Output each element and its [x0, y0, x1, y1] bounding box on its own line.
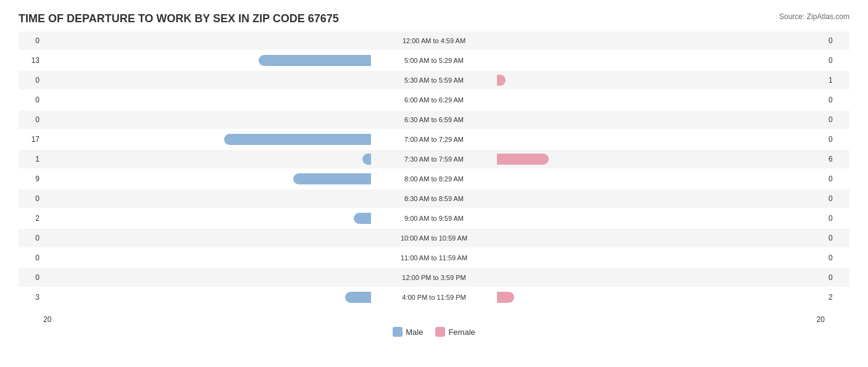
bar-male — [362, 154, 371, 165]
male-value: 0 — [19, 234, 43, 242]
bar-male — [259, 55, 371, 66]
bar-male — [345, 292, 371, 303]
table-row: 2 9:00 AM to 9:59 AM 0 — [19, 209, 849, 228]
time-label: 6:00 AM to 6:29 AM — [372, 96, 496, 104]
female-value: 2 — [825, 293, 849, 302]
male-value: 0 — [19, 254, 43, 262]
female-value: 1 — [825, 76, 849, 85]
table-row: 0 12:00 AM to 4:59 AM 0 — [19, 31, 849, 50]
table-row: 0 8:30 AM to 8:59 AM 0 — [19, 189, 849, 208]
bar-female — [497, 75, 506, 86]
time-label: 7:30 AM to 7:59 AM — [372, 155, 496, 163]
male-value: 0 — [19, 96, 43, 104]
male-value: 1 — [19, 155, 43, 163]
table-row: 17 7:00 AM to 7:29 AM 0 — [19, 130, 849, 149]
legend-male: Male — [393, 327, 423, 337]
legend-female-box — [435, 327, 445, 337]
male-value: 0 — [19, 76, 43, 85]
male-value: 3 — [19, 293, 43, 302]
male-value: 0 — [19, 36, 43, 45]
bar-female — [497, 292, 514, 303]
axis-left: 20 — [43, 315, 51, 324]
female-value: 0 — [825, 56, 849, 65]
time-label: 10:00 AM to 10:59 AM — [372, 234, 496, 242]
female-value: 6 — [825, 155, 849, 163]
time-label: 12:00 PM to 3:59 PM — [372, 274, 496, 281]
table-row: 0 6:30 AM to 6:59 AM 0 — [19, 110, 849, 129]
male-value: 0 — [19, 115, 43, 124]
male-value: 2 — [19, 214, 43, 223]
male-value: 13 — [19, 56, 43, 65]
time-label: 5:30 AM to 5:59 AM — [372, 76, 496, 84]
male-value: 17 — [19, 135, 43, 144]
time-label: 5:00 AM to 5:29 AM — [372, 57, 496, 64]
chart-container: TIME OF DEPARTURE TO WORK BY SEX IN ZIP … — [0, 0, 868, 367]
female-value: 0 — [825, 36, 849, 45]
female-value: 0 — [825, 175, 849, 183]
legend-female-label: Female — [448, 328, 475, 337]
axis-labels: 20 20 — [19, 312, 849, 324]
female-value: 0 — [825, 135, 849, 144]
female-value: 0 — [825, 96, 849, 104]
legend: Male Female — [19, 327, 849, 337]
male-value: 0 — [19, 273, 43, 282]
female-value: 0 — [825, 115, 849, 124]
table-row: 0 6:00 AM to 6:29 AM 0 — [19, 91, 849, 109]
female-value: 0 — [825, 194, 849, 203]
bar-male — [224, 134, 371, 145]
time-label: 8:30 AM to 8:59 AM — [372, 195, 496, 202]
table-row: 0 10:00 AM to 10:59 AM 0 — [19, 229, 849, 247]
time-label: 4:00 PM to 11:59 PM — [372, 294, 496, 301]
time-label: 11:00 AM to 11:59 AM — [372, 254, 496, 262]
time-label: 6:30 AM to 6:59 AM — [372, 116, 496, 123]
table-row: 9 8:00 AM to 8:29 AM 0 — [19, 170, 849, 188]
table-row: 0 5:30 AM to 5:59 AM 1 — [19, 71, 849, 89]
time-label: 7:00 AM to 7:29 AM — [372, 136, 496, 143]
chart-area: 0 12:00 AM to 4:59 AM 0 13 5:00 AM to 5:… — [19, 31, 849, 312]
female-value: 0 — [825, 254, 849, 262]
legend-male-box — [393, 327, 403, 337]
time-label: 9:00 AM to 9:59 AM — [372, 215, 496, 222]
source-label: Source: ZipAtlas.com — [779, 12, 849, 21]
bar-female — [497, 154, 549, 165]
bar-male — [293, 173, 371, 184]
legend-male-label: Male — [406, 328, 423, 337]
table-row: 3 4:00 PM to 11:59 PM 2 — [19, 288, 849, 307]
female-value: 0 — [825, 234, 849, 242]
female-value: 0 — [825, 273, 849, 282]
table-row: 13 5:00 AM to 5:29 AM 0 — [19, 51, 849, 70]
table-row: 0 11:00 AM to 11:59 AM 0 — [19, 249, 849, 267]
time-label: 12:00 AM to 4:59 AM — [372, 37, 496, 44]
male-value: 9 — [19, 175, 43, 183]
legend-female: Female — [435, 327, 475, 337]
axis-right: 20 — [817, 315, 825, 324]
male-value: 0 — [19, 194, 43, 203]
time-label: 8:00 AM to 8:29 AM — [372, 175, 496, 183]
table-row: 0 12:00 PM to 3:59 PM 0 — [19, 268, 849, 287]
bar-male — [354, 213, 371, 224]
chart-title: TIME OF DEPARTURE TO WORK BY SEX IN ZIP … — [19, 12, 849, 25]
female-value: 0 — [825, 214, 849, 223]
table-row: 1 7:30 AM to 7:59 AM 6 — [19, 150, 849, 168]
